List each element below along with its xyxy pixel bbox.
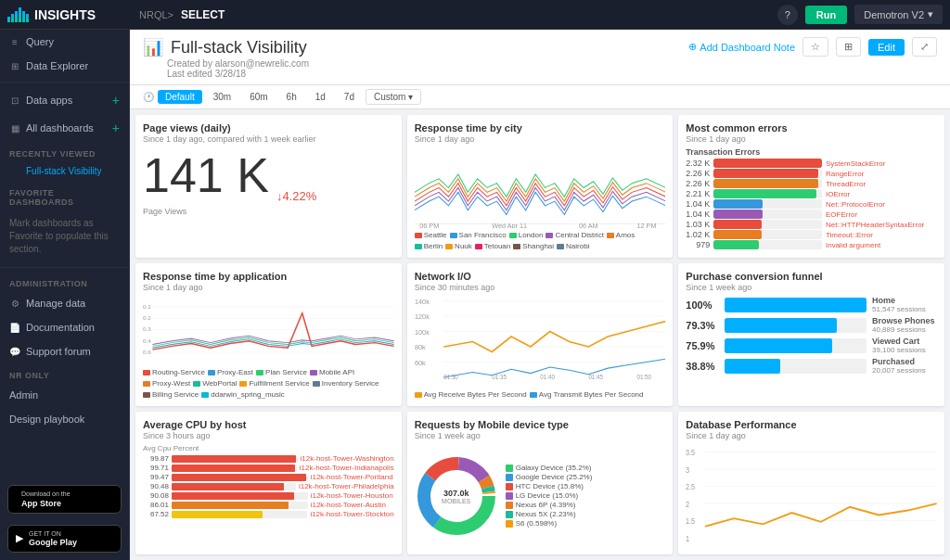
add-note-button[interactable]: ⊕ Add Dashboard Note — [688, 41, 795, 53]
edit-button[interactable]: Edit — [868, 39, 905, 56]
host-name: i12k-host-Tower-Stockton — [310, 510, 393, 518]
sidebar-item-admin[interactable]: Admin — [0, 383, 129, 407]
time-1d-button[interactable]: 1d — [308, 90, 333, 104]
sidebar-item-support[interactable]: 💬 Support forum — [0, 339, 129, 363]
error-bar-container — [713, 169, 822, 178]
time-6h-button[interactable]: 6h — [279, 90, 304, 104]
funnel-pct: 100% — [686, 299, 719, 311]
sidebar-item-documentation[interactable]: 📄 Documentation — [0, 315, 129, 339]
error-name: Invalid argument — [826, 241, 937, 249]
sidebar-item-query[interactable]: ≡ Query — [0, 30, 129, 54]
host-pct: 67.52 — [143, 510, 169, 518]
svg-text:01:40: 01:40 — [540, 374, 555, 380]
funnel-pct: 38.8% — [686, 361, 719, 372]
funnel-row: 79.3% Browse Phones40,889 sessions — [686, 316, 937, 334]
help-button[interactable]: ? — [777, 5, 798, 25]
error-count: 2.32 K — [686, 159, 710, 168]
error-count: 1.04 K — [686, 199, 710, 209]
svg-text:06 PM: 06 PM — [419, 223, 439, 228]
svg-text:0.1: 0.1 — [143, 304, 151, 310]
widget-purchase-funnel: Purchase conversion funnel Since 1 week … — [678, 263, 944, 406]
legend-color-swatch — [506, 520, 513, 528]
sidebar-item-design[interactable]: Design playbook — [0, 407, 129, 431]
error-count: 979 — [686, 240, 710, 249]
transaction-errors-label: Transaction Errors — [686, 147, 937, 157]
svg-text:3.5: 3.5 — [686, 449, 696, 458]
time-default-button[interactable]: Default — [158, 90, 202, 104]
chevron-down-icon: ▾ — [928, 8, 933, 20]
time-7d-button[interactable]: 7d — [337, 90, 362, 104]
legend-label: Nexus 5X (2.23%) — [516, 510, 576, 518]
response-city-chart: 06 PM Wed Apr 11 06 AM 12 PM — [415, 147, 666, 228]
nrql-query[interactable]: SELECT — [181, 8, 225, 21]
host-pct: 99.47 — [143, 473, 169, 481]
error-bar-container — [713, 240, 822, 249]
widget-avg-cpu: Average CPU by host Since 3 hours ago Av… — [135, 412, 402, 554]
add-data-app-icon[interactable]: + — [112, 93, 120, 108]
time-60m-button[interactable]: 60m — [242, 90, 275, 104]
response-app-chart: 0.6 0.4 0.3 0.2 0.1 — [143, 296, 394, 365]
host-name: i12k-host-Tower-Indianapolis — [300, 464, 394, 472]
host-name: i12k-host-Tower-Austin — [311, 501, 394, 509]
host-row: 90.08 i12k-host-Tower-Houston — [143, 491, 394, 500]
funnel-row: 100% Home51,547 sessions — [686, 296, 937, 313]
add-dashboard-icon[interactable]: + — [112, 121, 120, 135]
sidebar-item-manage-data[interactable]: ⚙ Manage data — [0, 291, 129, 315]
funnel-bar-container — [725, 318, 867, 333]
db-perf-chart: 3.5 3 2.5 2 1.5 1 — [686, 444, 937, 547]
error-row: 1.03 K Net::HTTPHeaderSyntaxError — [686, 220, 937, 229]
common-errors-subtitle: Since 1 day ago — [686, 134, 937, 144]
host-bar-container — [172, 483, 296, 490]
page-views-change: ↓4.22% — [276, 189, 316, 203]
host-bar-container — [172, 455, 298, 463]
google-play-badge[interactable]: ▶ GET IT ON Google Play — [7, 525, 122, 553]
error-bar — [713, 179, 818, 188]
host-row: 99.87 i12k-host-Tower-Washington — [143, 454, 394, 463]
expand-button[interactable]: ⤢ — [912, 37, 937, 57]
widget-response-app: Response time by application Since 1 day… — [135, 263, 402, 406]
star-button[interactable]: ☆ — [802, 37, 828, 57]
error-bar — [713, 230, 761, 239]
svg-text:80k: 80k — [415, 343, 426, 351]
common-errors-title: Most common errors — [686, 122, 937, 134]
favorite-hint: Mark dashboards as Favorite to populate … — [0, 210, 129, 263]
error-row: 1.02 K Timeout::Error — [686, 230, 937, 239]
sidebar-item-full-stack[interactable]: Full-stack Visibility — [0, 161, 129, 181]
legend-label: S6 (0.598%) — [516, 519, 557, 528]
host-bar — [172, 465, 295, 472]
account-selector[interactable]: Demotron V2 ▾ — [854, 5, 943, 24]
donut-legend: Galaxy Device (35.2%)Google Device (25.2… — [506, 464, 593, 528]
nr-only-section: NR ONLY — [0, 363, 129, 383]
host-pct: 90.08 — [143, 491, 169, 500]
support-icon: 💬 — [9, 346, 20, 357]
legend-label: Galaxy Device (35.2%) — [516, 464, 592, 472]
legend-color-swatch — [506, 465, 513, 472]
svg-text:100k: 100k — [415, 328, 430, 337]
grid-button[interactable]: ⊞ — [836, 37, 861, 57]
run-button[interactable]: Run — [805, 6, 847, 24]
error-row: 2.32 K SystemStackError — [686, 159, 937, 168]
funnel-bar — [725, 338, 832, 353]
error-bar-container — [713, 199, 822, 209]
time-30m-button[interactable]: 30m — [206, 90, 238, 104]
mobile-requests-subtitle: Since 1 week ago — [415, 431, 666, 440]
funnel-pct: 75.9% — [686, 340, 719, 351]
favorite-section: FAVORITE DASHBOARDS — [0, 181, 129, 210]
response-city-subtitle: Since 1 day ago — [415, 134, 666, 144]
error-name: EOFError — [826, 210, 937, 219]
error-name: SystemStackError — [826, 159, 937, 168]
error-count: 1.04 K — [686, 210, 710, 219]
sidebar-item-data-explorer[interactable]: ⊞ Data Explorer — [0, 54, 129, 78]
sidebar-item-all-dashboards[interactable]: ▦ All dashboards + — [0, 114, 129, 142]
error-bar — [713, 159, 822, 168]
svg-text:3: 3 — [686, 465, 690, 475]
time-custom-button[interactable]: Custom ▾ — [366, 89, 421, 105]
host-bar — [172, 455, 296, 463]
host-bar — [172, 492, 294, 500]
documentation-icon: 📄 — [9, 322, 20, 333]
data-apps-icon: ⊡ — [9, 95, 20, 106]
sidebar-item-data-apps[interactable]: ⊡ Data apps + — [0, 86, 129, 114]
host-row: 67.52 i12k-host-Tower-Stockton — [143, 510, 394, 518]
app-store-badge[interactable]: Download on the App Store — [7, 485, 122, 513]
host-row: 99.47 i12k-host-Tower-Portland — [143, 473, 394, 481]
